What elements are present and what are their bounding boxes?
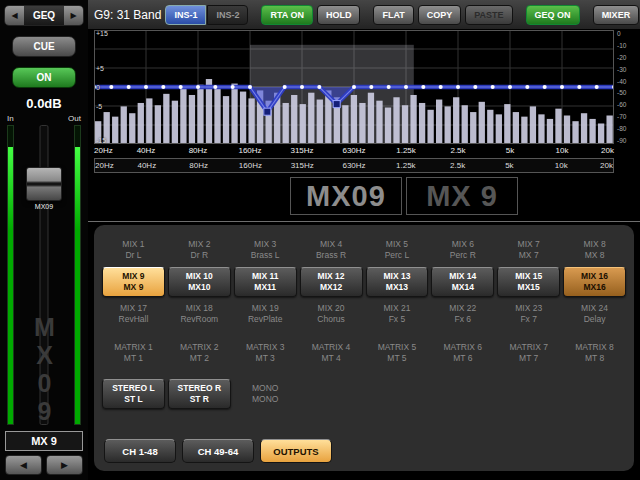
channel-select-panel: MIX 1Dr LMIX 2Dr RMIX 3Brass LMIX 4Brass… — [94, 225, 634, 471]
channel-matrix-6: MATRIX 6MT 6 — [431, 340, 494, 366]
strip-freq-label-160hz: 160Hz — [239, 161, 262, 170]
freq-label-20hz: 20Hz — [94, 146, 113, 155]
button-geq-on[interactable]: GEQ ON — [526, 5, 580, 25]
channel-name-box: MX 9 — [5, 431, 83, 451]
geq-curve-plot[interactable] — [94, 30, 614, 144]
prev-channel-button[interactable]: ◀ — [5, 455, 42, 475]
freq-label-20k: 20k — [601, 146, 614, 155]
channel-mix-16[interactable]: MIX 16MX16 — [563, 267, 626, 297]
channel-matrix-2: MATRIX 2MT 2 — [168, 340, 231, 366]
channel-mix-17: MIX 17RevHall — [102, 301, 165, 327]
output-level-meter — [74, 125, 81, 425]
button-ins-2[interactable]: INS-2 — [207, 5, 248, 25]
channel-mix-19: MIX 19RevPlate — [234, 301, 297, 327]
next-channel-button[interactable]: ▶ — [46, 455, 83, 475]
strip-freq-label-1-25k: 1.25k — [396, 161, 416, 170]
channel-nav-arrows: ◀ ▶ — [5, 455, 83, 475]
geq-main-area: G9: 31 Band INS-1INS-2RTA ONHOLDFLATCOPY… — [88, 0, 640, 480]
band-range-navigator[interactable]: 20Hz40Hz80Hz160Hz315Hz630Hz1.25k2.5k5k10… — [94, 158, 614, 173]
freq-label-2-5k: 2.5k — [450, 146, 465, 155]
rta-scale-right: 0-10-20-30-40-50-60-70-80-90 — [614, 30, 638, 144]
button-flat[interactable]: FLAT — [373, 5, 413, 25]
geq-nav-control: ◀ GEQ ▶ — [4, 5, 84, 26]
input-meter-fill — [8, 147, 13, 424]
strip-freq-label-20k: 20k — [600, 161, 613, 170]
rta-tick-40: -40 — [617, 78, 638, 85]
freq-label-315hz: 315Hz — [290, 146, 313, 155]
freq-label-160hz: 160Hz — [238, 146, 261, 155]
panel-divider — [88, 221, 640, 222]
button-paste[interactable]: PASTE — [465, 5, 512, 25]
channel-mix-24: MIX 24Delay — [563, 301, 626, 327]
rta-tick-20: -20 — [617, 54, 638, 61]
channel-mix-10[interactable]: MIX 10MX10 — [168, 267, 231, 297]
channel-stereo-r[interactable]: STEREO RST R — [168, 379, 231, 409]
button-ins-1[interactable]: INS-1 — [165, 5, 206, 25]
rta-tick-90: -90 — [617, 137, 638, 144]
rta-tick-80: -80 — [617, 125, 638, 132]
tab-ch-1-48[interactable]: CH 1-48 — [104, 439, 176, 463]
button-hold[interactable]: HOLD — [317, 5, 361, 25]
channel-mix-11[interactable]: MIX 11MX11 — [234, 267, 297, 297]
geq-rta-svg[interactable] — [94, 30, 614, 144]
tab-ch-49-64[interactable]: CH 49-64 — [182, 439, 254, 463]
channel-grid: MIX 1Dr LMIX 2Dr RMIX 3Brass LMIX 4Brass… — [102, 233, 626, 409]
bank-tabs: CH 1-48CH 49-64OUTPUTS — [102, 439, 626, 465]
rta-tick-60: -60 — [617, 101, 638, 108]
channel-matrix-5: MATRIX 5MT 5 — [366, 340, 429, 366]
geq-prev-arrow-icon[interactable]: ◀ — [5, 6, 24, 25]
button-copy[interactable]: COPY — [418, 5, 462, 25]
channel-id-large: MX 9 — [406, 177, 518, 215]
on-button[interactable]: ON — [12, 67, 76, 88]
freq-label-1-25k: 1.25k — [396, 146, 416, 155]
strip-freq-label-10k: 10k — [555, 161, 568, 170]
channel-mix-6: MIX 6Perc R — [431, 237, 494, 263]
meter-in-label: In — [7, 114, 14, 123]
strip-freq-label-5k: 5k — [505, 161, 513, 170]
strip-freq-label-20hz: 20Hz — [95, 161, 114, 170]
channel-mix-12[interactable]: MIX 12MX12 — [300, 267, 363, 297]
channel-mix-23: MIX 23Fx 7 — [497, 301, 560, 327]
channel-mix-13[interactable]: MIX 13MX13 — [366, 267, 429, 297]
strip-freq-label-315hz: 315Hz — [291, 161, 314, 170]
rta-tick-70: -70 — [617, 113, 638, 120]
button-mixer[interactable]: MIXER — [593, 5, 640, 25]
empty-cell — [563, 379, 626, 409]
channel-mix-14[interactable]: MIX 14MX14 — [431, 267, 494, 297]
input-level-meter — [7, 125, 14, 425]
channel-grid-row: MIX 17RevHallMIX 18RevRoomMIX 19RevPlate… — [102, 301, 626, 327]
geq-next-arrow-icon[interactable]: ▶ — [64, 6, 83, 25]
freq-label-5k: 5k — [506, 146, 514, 155]
channel-grid-row: MIX 1Dr LMIX 2Dr RMIX 3Brass LMIX 4Brass… — [102, 237, 626, 263]
channel-stereo-l[interactable]: STEREO LST L — [102, 379, 165, 409]
meter-out-label: Out — [68, 114, 81, 123]
fader-zone: MX09 MX09 — [4, 125, 84, 425]
channel-matrix-4: MATRIX 4MT 4 — [300, 340, 363, 366]
channel-mix-5: MIX 5Perc L — [366, 237, 429, 263]
strip-freq-label-2-5k: 2.5k — [450, 161, 465, 170]
channel-mix-18: MIX 18RevRoom — [168, 301, 231, 327]
channel-mix-3: MIX 3Brass L — [234, 237, 297, 263]
meter-io-labels: In Out — [4, 114, 84, 123]
cue-button[interactable]: CUE — [12, 36, 76, 57]
channel-mix-7: MIX 7MX 7 — [497, 237, 560, 263]
freq-label-630hz: 630Hz — [342, 146, 365, 155]
geq-toolbar: G9: 31 Band INS-1INS-2RTA ONHOLDFLATCOPY… — [88, 0, 640, 30]
channel-mix-15[interactable]: MIX 15MX15 — [497, 267, 560, 297]
fader-cap[interactable] — [26, 167, 62, 201]
tab-outputs[interactable]: OUTPUTS — [260, 439, 332, 463]
output-meter-fill — [75, 147, 80, 424]
channel-mix-9[interactable]: MIX 9MX 9 — [102, 267, 165, 297]
channel-matrix-3: MATRIX 3MT 3 — [234, 340, 297, 366]
channel-mix-8: MIX 8MX 8 — [563, 237, 626, 263]
toolbar-buttons: INS-1INS-2RTA ONHOLDFLATCOPYPASTEGEQ ONM… — [161, 5, 639, 25]
freq-label-40hz: 40Hz — [137, 146, 156, 155]
geq-nav-label: GEQ — [24, 6, 64, 25]
button-rta-on[interactable]: RTA ON — [261, 5, 313, 25]
channel-mix-1: MIX 1Dr L — [102, 237, 165, 263]
channel-strip-sidebar: ◀ GEQ ▶ CUE ON 0.0dB In Out MX09 MX09 MX… — [0, 0, 88, 480]
channel-mix-21: MIX 21Fx 5 — [366, 301, 429, 327]
empty-cell — [366, 379, 429, 409]
fader-cap-label: MX09 — [35, 203, 53, 210]
rta-tick-10: -10 — [617, 42, 638, 49]
